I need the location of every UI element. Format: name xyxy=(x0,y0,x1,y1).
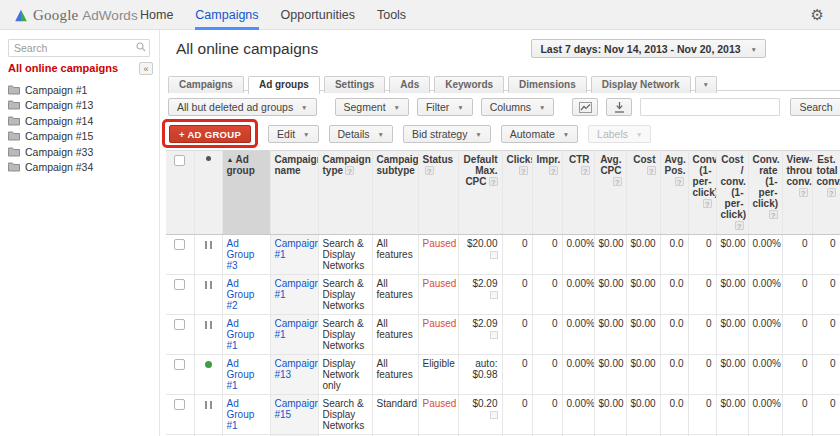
tab-ads[interactable]: Ads xyxy=(389,76,430,93)
tab-settings[interactable]: Settings xyxy=(324,76,385,93)
tab-ad-groups[interactable]: Ad groups xyxy=(248,76,320,94)
ad-group-link[interactable]: Ad Group #1 xyxy=(227,358,255,391)
download-button[interactable] xyxy=(606,98,632,116)
status-icon-paused[interactable] xyxy=(205,321,212,329)
details-button[interactable]: Details ▼ xyxy=(329,125,393,143)
max-cpc-cell[interactable]: $0.20 xyxy=(458,395,502,435)
col-header-status[interactable]: Status? xyxy=(418,151,458,235)
ad-group-link[interactable]: Ad Group #2 xyxy=(227,278,255,311)
campaign-link[interactable]: Campaign #13 xyxy=(275,358,319,380)
chart-button[interactable] xyxy=(572,98,598,116)
sidebar-campaign-item[interactable]: Campaign #1 xyxy=(8,82,155,98)
max-cpc-cell[interactable]: auto: $0.98 xyxy=(458,355,502,395)
campaign-link[interactable]: Campaign #1 xyxy=(275,318,319,340)
col-header-cost-per-conv-1pc[interactable]: Cost / conv. (1-per-click)? xyxy=(716,151,748,235)
max-cpc-cell[interactable]: $20.00 xyxy=(458,235,502,275)
row-checkbox[interactable] xyxy=(174,279,185,290)
col-header-avg-pos[interactable]: Avg. Pos.? xyxy=(660,151,688,235)
col-header-campaign-name[interactable]: Campaign name xyxy=(270,151,318,235)
automate-button[interactable]: Automate ▼ xyxy=(501,125,578,143)
col-header-avg-cpc[interactable]: Avg. CPC? xyxy=(594,151,626,235)
col-header-impr[interactable]: Impr.? xyxy=(532,151,562,235)
tab-dimensions[interactable]: Dimensions xyxy=(508,76,587,93)
nav-item-opportunities[interactable]: Opportunities xyxy=(281,0,355,30)
max-cpc-cell[interactable]: $2.09 xyxy=(458,275,502,315)
col-header-campaign-subtype[interactable]: Campaign subtype xyxy=(372,151,418,235)
col-header-clicks[interactable]: Clicks? xyxy=(502,151,532,235)
collapse-sidebar-button[interactable]: « xyxy=(139,62,153,75)
help-icon[interactable]: ? xyxy=(703,199,712,208)
cpc-edit-icon[interactable] xyxy=(490,291,498,299)
search-button[interactable]: Search xyxy=(790,98,840,116)
help-icon[interactable]: ? xyxy=(489,177,498,186)
row-checkbox[interactable] xyxy=(174,239,185,250)
help-icon[interactable]: ? xyxy=(675,177,684,186)
date-range-button[interactable]: Last 7 days: Nov 14, 2013 - Nov 20, 2013… xyxy=(531,39,766,58)
nav-item-tools[interactable]: Tools xyxy=(377,0,406,30)
col-header-view-through-conv[interactable]: View-through conv.? xyxy=(782,151,812,235)
help-icon[interactable]: ? xyxy=(549,166,558,175)
nav-item-home[interactable]: Home xyxy=(140,0,173,30)
search-input[interactable] xyxy=(640,98,780,116)
columns-button[interactable]: Columns ▼ xyxy=(481,98,555,116)
help-icon[interactable]: ? xyxy=(345,166,354,175)
help-icon[interactable]: ? xyxy=(827,188,836,197)
cpc-edit-icon[interactable] xyxy=(490,411,498,419)
sidebar-campaign-item[interactable]: Campaign #13 xyxy=(8,98,155,114)
tab-display-network[interactable]: Display Network xyxy=(591,76,691,93)
help-icon[interactable]: ? xyxy=(647,166,656,175)
cpc-edit-icon[interactable] xyxy=(490,251,498,259)
header-checkbox[interactable] xyxy=(174,155,185,166)
nav-item-campaigns[interactable]: Campaigns xyxy=(195,0,258,30)
campaign-link[interactable]: Campaign #1 xyxy=(275,278,319,300)
bid-strategy-button[interactable]: Bid strategy ▼ xyxy=(403,125,491,143)
status-icon-paused[interactable] xyxy=(205,401,212,409)
help-icon[interactable]: ? xyxy=(735,221,744,230)
status-icon-paused[interactable] xyxy=(205,281,212,289)
tab-keywords[interactable]: Keywords xyxy=(434,76,504,93)
cpc-edit-icon[interactable] xyxy=(490,331,498,339)
campaign-link[interactable]: Campaign #1 xyxy=(275,238,319,260)
edit-button[interactable]: Edit ▼ xyxy=(268,125,318,143)
col-header-conv-1pc[interactable]: Conv. (1-per-click)? xyxy=(688,151,716,235)
view-filter-button[interactable]: All but deleted ad groups ▼ xyxy=(168,98,317,116)
filter-button[interactable]: Filter ▼ xyxy=(417,98,473,116)
col-header-ctr[interactable]: CTR? xyxy=(562,151,594,235)
col-header-campaign-type[interactable]: Campaign type? xyxy=(318,151,372,235)
col-header-ad-group[interactable]: ▲Ad group xyxy=(222,151,270,235)
ad-group-link[interactable]: Ad Group #3 xyxy=(227,238,255,271)
adwords-logo[interactable]: Google AdWords xyxy=(14,0,138,30)
help-icon[interactable]: ? xyxy=(613,177,622,186)
campaign-link[interactable]: Campaign #15 xyxy=(275,398,319,420)
gear-icon[interactable]: ⚙ xyxy=(811,6,824,24)
max-cpc-cell[interactable]: $2.09 xyxy=(458,315,502,355)
sidebar-campaign-item[interactable]: Campaign #34 xyxy=(8,160,155,176)
row-checkbox[interactable] xyxy=(174,359,185,370)
ad-group-link[interactable]: Ad Group #1 xyxy=(227,318,255,351)
row-checkbox[interactable] xyxy=(174,399,185,410)
ad-group-link[interactable]: Ad Group #1 xyxy=(227,398,255,431)
col-header-select[interactable] xyxy=(166,151,194,235)
col-header-state[interactable] xyxy=(194,151,222,235)
help-icon[interactable]: ? xyxy=(581,166,590,175)
col-header-default-max-cpc[interactable]: Default Max. CPC? xyxy=(458,151,502,235)
col-header-est-total-conv[interactable]: Est. total conv.? xyxy=(812,151,840,235)
status-icon-enabled[interactable] xyxy=(205,361,212,368)
row-checkbox[interactable] xyxy=(174,319,185,330)
status-icon-paused[interactable] xyxy=(205,241,212,249)
add-ad-group-button[interactable]: + AD GROUP xyxy=(169,125,251,143)
segment-button[interactable]: Segment ▼ xyxy=(335,98,409,116)
sidebar-campaign-item[interactable]: Campaign #15 xyxy=(8,129,155,145)
help-icon[interactable]: ? xyxy=(799,188,808,197)
sidebar-campaign-item[interactable]: Campaign #14 xyxy=(8,113,155,129)
sidebar-campaign-item[interactable]: Campaign #33 xyxy=(8,144,155,160)
help-icon[interactable]: ? xyxy=(425,166,434,175)
col-header-conv-rate-1pc[interactable]: Conv. rate (1-per-click)? xyxy=(748,151,782,235)
help-icon[interactable]: ? xyxy=(769,210,778,219)
tab-more[interactable]: ▼ xyxy=(695,76,717,93)
sidebar-all-campaigns-link[interactable]: All online campaigns xyxy=(8,62,118,75)
help-icon[interactable]: ? xyxy=(519,166,528,175)
tab-campaigns[interactable]: Campaigns xyxy=(168,76,244,93)
sidebar-search-input[interactable] xyxy=(8,39,150,57)
col-header-cost[interactable]: Cost? xyxy=(626,151,660,235)
